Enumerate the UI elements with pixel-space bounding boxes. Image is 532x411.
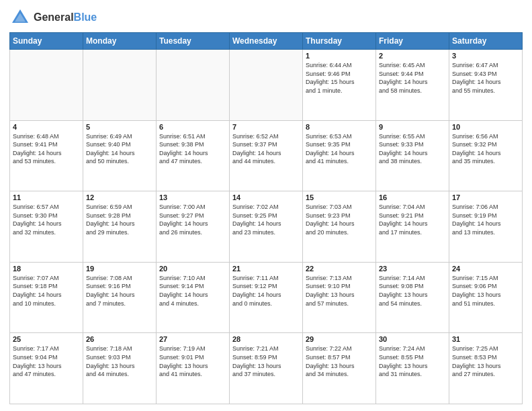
day-info: Sunrise: 7:00 AMSunset: 9:27 PMDaylight:… — [159, 203, 226, 236]
calendar-cell: 8Sunrise: 6:53 AMSunset: 9:35 PMDaylight… — [303, 120, 376, 191]
day-number: 21 — [232, 265, 300, 273]
day-number: 28 — [232, 335, 300, 343]
day-info: Sunrise: 7:08 AMSunset: 9:16 PMDaylight:… — [86, 274, 153, 308]
day-number: 6 — [159, 123, 226, 131]
day-info: Sunrise: 7:22 AMSunset: 8:57 PMDaylight:… — [306, 345, 373, 378]
calendar-cell: 30Sunrise: 7:24 AMSunset: 8:55 PMDayligh… — [376, 333, 449, 404]
day-info: Sunrise: 6:57 AMSunset: 9:30 PMDaylight:… — [13, 203, 80, 236]
day-info: Sunrise: 7:19 AMSunset: 9:01 PMDaylight:… — [159, 345, 226, 378]
day-info: Sunrise: 7:14 AMSunset: 9:08 PMDaylight:… — [379, 274, 446, 308]
logo-text: GeneralBlue — [34, 11, 97, 24]
calendar-cell: 13Sunrise: 7:00 AMSunset: 9:27 PMDayligh… — [157, 191, 230, 263]
calendar-cell: 12Sunrise: 6:59 AMSunset: 9:28 PMDayligh… — [83, 191, 157, 263]
calendar-cell: 18Sunrise: 7:07 AMSunset: 9:18 PMDayligh… — [10, 262, 83, 333]
day-number: 7 — [232, 123, 300, 131]
day-info: Sunrise: 7:18 AMSunset: 9:03 PMDaylight:… — [86, 345, 153, 378]
calendar-cell: 19Sunrise: 7:08 AMSunset: 9:16 PMDayligh… — [83, 262, 157, 333]
calendar-cell: 6Sunrise: 6:51 AMSunset: 9:38 PMDaylight… — [157, 120, 230, 191]
calendar-cell: 29Sunrise: 7:22 AMSunset: 8:57 PMDayligh… — [303, 333, 376, 404]
day-number: 12 — [86, 193, 153, 201]
day-info: Sunrise: 6:55 AMSunset: 9:33 PMDaylight:… — [379, 132, 446, 166]
calendar-cell: 22Sunrise: 7:13 AMSunset: 9:10 PMDayligh… — [303, 262, 376, 333]
calendar-week-4: 18Sunrise: 7:07 AMSunset: 9:18 PMDayligh… — [10, 262, 523, 333]
day-number: 13 — [159, 193, 226, 201]
day-number: 26 — [86, 335, 153, 343]
day-number: 29 — [306, 335, 373, 343]
day-info: Sunrise: 7:25 AMSunset: 8:53 PMDaylight:… — [452, 345, 519, 378]
calendar-cell: 27Sunrise: 7:19 AMSunset: 9:01 PMDayligh… — [157, 333, 230, 404]
page: GeneralBlue SundayMondayTuesdayWednesday… — [0, 0, 532, 411]
calendar-cell: 28Sunrise: 7:21 AMSunset: 8:59 PMDayligh… — [230, 333, 303, 404]
day-number: 16 — [379, 193, 446, 201]
day-number: 24 — [452, 265, 519, 273]
calendar-week-1: 1Sunrise: 6:44 AMSunset: 9:46 PMDaylight… — [10, 50, 523, 121]
day-info: Sunrise: 7:11 AMSunset: 9:12 PMDaylight:… — [232, 274, 300, 308]
day-info: Sunrise: 7:10 AMSunset: 9:14 PMDaylight:… — [159, 274, 226, 308]
day-info: Sunrise: 7:15 AMSunset: 9:06 PMDaylight:… — [452, 274, 519, 308]
day-info: Sunrise: 6:44 AMSunset: 9:46 PMDaylight:… — [306, 61, 373, 95]
day-number: 25 — [13, 335, 80, 343]
day-info: Sunrise: 7:24 AMSunset: 8:55 PMDaylight:… — [379, 345, 446, 378]
day-number: 10 — [452, 123, 519, 131]
calendar-cell: 26Sunrise: 7:18 AMSunset: 9:03 PMDayligh… — [83, 333, 157, 404]
calendar-cell: 15Sunrise: 7:03 AMSunset: 9:23 PMDayligh… — [303, 191, 376, 263]
day-number: 15 — [306, 193, 373, 201]
calendar-cell: 7Sunrise: 6:52 AMSunset: 9:37 PMDaylight… — [230, 120, 303, 191]
calendar-cell: 21Sunrise: 7:11 AMSunset: 9:12 PMDayligh… — [230, 262, 303, 333]
calendar-header-tuesday: Tuesday — [157, 33, 230, 50]
day-info: Sunrise: 6:49 AMSunset: 9:40 PMDaylight:… — [86, 132, 153, 166]
calendar-cell: 23Sunrise: 7:14 AMSunset: 9:08 PMDayligh… — [376, 262, 449, 333]
day-info: Sunrise: 6:48 AMSunset: 9:41 PMDaylight:… — [13, 132, 80, 166]
calendar-header-friday: Friday — [376, 33, 449, 50]
day-number: 18 — [13, 265, 80, 273]
calendar-cell: 10Sunrise: 6:56 AMSunset: 9:32 PMDayligh… — [449, 120, 523, 191]
day-number: 2 — [379, 52, 446, 60]
calendar-cell: 2Sunrise: 6:45 AMSunset: 9:44 PMDaylight… — [376, 50, 449, 121]
calendar-header-thursday: Thursday — [303, 33, 376, 50]
day-info: Sunrise: 6:47 AMSunset: 9:43 PMDaylight:… — [452, 61, 519, 95]
calendar-cell — [230, 50, 303, 121]
calendar-cell: 24Sunrise: 7:15 AMSunset: 9:06 PMDayligh… — [449, 262, 523, 333]
calendar-cell: 5Sunrise: 6:49 AMSunset: 9:40 PMDaylight… — [83, 120, 157, 191]
day-number: 5 — [86, 123, 153, 131]
day-number: 30 — [379, 335, 446, 343]
calendar-header-row: SundayMondayTuesdayWednesdayThursdayFrid… — [10, 33, 523, 50]
calendar-cell: 14Sunrise: 7:02 AMSunset: 9:25 PMDayligh… — [230, 191, 303, 263]
calendar-header-wednesday: Wednesday — [230, 33, 303, 50]
day-number: 19 — [86, 265, 153, 273]
day-info: Sunrise: 6:56 AMSunset: 9:32 PMDaylight:… — [452, 132, 519, 166]
calendar-cell: 1Sunrise: 6:44 AMSunset: 9:46 PMDaylight… — [303, 50, 376, 121]
calendar-cell — [10, 50, 83, 121]
calendar-cell — [83, 50, 157, 121]
calendar-cell: 31Sunrise: 7:25 AMSunset: 8:53 PMDayligh… — [449, 333, 523, 404]
calendar-cell: 4Sunrise: 6:48 AMSunset: 9:41 PMDaylight… — [10, 120, 83, 191]
day-number: 31 — [452, 335, 519, 343]
day-number: 9 — [379, 123, 446, 131]
day-info: Sunrise: 6:45 AMSunset: 9:44 PMDaylight:… — [379, 61, 446, 95]
day-number: 20 — [159, 265, 226, 273]
calendar-week-5: 25Sunrise: 7:17 AMSunset: 9:04 PMDayligh… — [10, 333, 523, 404]
day-info: Sunrise: 6:59 AMSunset: 9:28 PMDaylight:… — [86, 203, 153, 236]
day-number: 3 — [452, 52, 519, 60]
day-number: 11 — [13, 193, 80, 201]
logo: GeneralBlue — [9, 7, 97, 28]
day-info: Sunrise: 7:07 AMSunset: 9:18 PMDaylight:… — [13, 274, 80, 308]
day-info: Sunrise: 7:04 AMSunset: 9:21 PMDaylight:… — [379, 203, 446, 236]
day-info: Sunrise: 7:13 AMSunset: 9:10 PMDaylight:… — [306, 274, 373, 308]
day-number: 1 — [306, 52, 373, 60]
header: GeneralBlue — [9, 7, 523, 28]
day-number: 27 — [159, 335, 226, 343]
calendar-cell: 20Sunrise: 7:10 AMSunset: 9:14 PMDayligh… — [157, 262, 230, 333]
day-info: Sunrise: 6:51 AMSunset: 9:38 PMDaylight:… — [159, 132, 226, 166]
day-info: Sunrise: 6:52 AMSunset: 9:37 PMDaylight:… — [232, 132, 300, 166]
calendar: SundayMondayTuesdayWednesdayThursdayFrid… — [9, 32, 523, 404]
day-number: 8 — [306, 123, 373, 131]
day-number: 14 — [232, 193, 300, 201]
day-info: Sunrise: 7:03 AMSunset: 9:23 PMDaylight:… — [306, 203, 373, 236]
day-info: Sunrise: 7:02 AMSunset: 9:25 PMDaylight:… — [232, 203, 300, 236]
calendar-header-saturday: Saturday — [449, 33, 523, 50]
day-number: 23 — [379, 265, 446, 273]
day-info: Sunrise: 7:21 AMSunset: 8:59 PMDaylight:… — [232, 345, 300, 378]
calendar-week-2: 4Sunrise: 6:48 AMSunset: 9:41 PMDaylight… — [10, 120, 523, 191]
day-number: 17 — [452, 193, 519, 201]
